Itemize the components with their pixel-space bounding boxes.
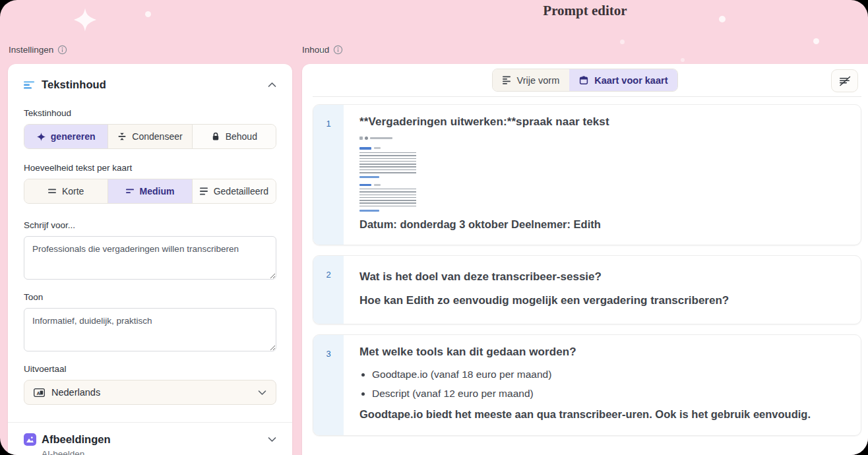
content-card-1[interactable]: 1 **Vergaderingen uitwerken:**spraak naa… <box>313 104 861 245</box>
dot-decoration <box>620 40 625 44</box>
mode-behoud-button[interactable]: Behoud <box>192 125 276 148</box>
sparkle-decoration <box>74 8 96 32</box>
write-for-textarea[interactable]: Professionals die vergaderingen willen t… <box>24 236 276 280</box>
amount-medium-button[interactable]: Medium <box>108 179 191 203</box>
content-card-3[interactable]: 3 Met welke tools kan dit gedaan worden?… <box>313 334 861 436</box>
text-lines-icon <box>24 80 35 90</box>
mode-genereren-button[interactable]: genereren <box>24 125 108 148</box>
prompt-editor-screen: Prompt editor Instellingen Inhoud Teksti… <box>0 0 868 455</box>
text-mode-segmented-control: genereren Condenseer Behoud <box>24 124 276 149</box>
amount-korte-button[interactable]: Korte <box>24 179 108 203</box>
transcript-thumbnail[interactable] <box>359 136 416 212</box>
content-section-label: Inhoud <box>302 45 343 55</box>
text-content-field-label: Tekstinhoud <box>24 108 276 118</box>
content-card-2[interactable]: 2 Wat is het doel van deze transcribeer-… <box>313 255 861 324</box>
tone-label: Toon <box>24 292 276 302</box>
card-conclusion[interactable]: Goodtape.io biedt het meeste aan qua tra… <box>359 407 821 423</box>
card-line[interactable]: Wat is het doel van deze transcribeer-se… <box>359 270 845 284</box>
page-title: Prompt editor <box>302 3 868 19</box>
amount-segmented-control: Korte Medium Gedetailleerd <box>24 179 276 204</box>
strike-lines-icon <box>838 76 851 86</box>
two-lines-icon <box>48 189 57 194</box>
card-title[interactable]: Met welke tools kan dit gedaan worden? <box>359 346 845 359</box>
dot-decoration <box>813 38 819 44</box>
language-label: Uitvoertaal <box>24 364 276 374</box>
card-number: 3 <box>313 335 344 435</box>
dot-decoration <box>145 11 151 17</box>
card-bullet-list: Goodtape.io (vanaf 18 euro per maand) De… <box>359 369 845 400</box>
tone-textarea[interactable]: Informatief, duidelijk, praktisch <box>24 308 276 351</box>
section-title: Tekstinhoud <box>42 78 106 91</box>
lock-icon <box>211 132 220 141</box>
content-panel: Vrije vorm Kaart voor kaart <box>302 64 868 455</box>
condense-icon <box>117 132 127 141</box>
images-section-title: Afbeeldingen <box>42 433 111 446</box>
card-number: 2 <box>313 256 344 324</box>
amount-gedetailleerd-button[interactable]: Gedetailleerd <box>192 179 276 203</box>
card-number: 1 <box>313 105 344 245</box>
card-list: 1 **Vergaderingen uitwerken:**spraak naa… <box>302 97 868 442</box>
chevron-up-icon[interactable] <box>268 82 276 88</box>
three-lines-icon <box>200 187 208 195</box>
card-icon <box>579 76 588 85</box>
language-value: Nederlands <box>51 387 100 398</box>
dot-decoration <box>681 58 685 62</box>
settings-panel: Tekstinhoud Tekstinhoud genereren Conden… <box>8 64 292 455</box>
card-caption[interactable]: Datum: donderdag 3 oktober Deelnemer: Ed… <box>359 218 845 231</box>
free-form-lines-icon <box>503 76 511 84</box>
tab-kaart-voor-kaart[interactable]: Kaart voor kaart <box>569 69 677 91</box>
text-content-section-header[interactable]: Tekstinhoud <box>24 78 276 91</box>
info-circle-icon[interactable] <box>57 45 67 55</box>
clear-text-button[interactable] <box>831 69 858 92</box>
write-for-label: Schrijf voor... <box>24 220 276 230</box>
images-section-subtitle: AI-beelden <box>42 449 276 455</box>
language-select[interactable]: A Nederlands <box>24 380 276 405</box>
card-title[interactable]: **Vergaderingen uitwerken:**spraak naar … <box>359 115 845 129</box>
bullet-item[interactable]: Goodtape.io (vanaf 18 euro per maand) <box>372 369 845 380</box>
content-tabbar: Vrije vorm Kaart voor kaart <box>302 64 868 96</box>
chevron-down-icon[interactable] <box>268 437 276 442</box>
mode-condenseer-button[interactable]: Condenseer <box>108 125 191 148</box>
divider <box>8 422 292 423</box>
settings-section-label: Instellingen <box>9 45 67 55</box>
bullet-item[interactable]: Descript (vanaf 12 euro per maand) <box>372 388 845 400</box>
amount-field-label: Hoeveelheid tekst per kaart <box>24 163 276 173</box>
card-line[interactable]: Hoe kan Edith zo eenvoudig mogelijk een … <box>359 294 845 307</box>
images-section-header[interactable]: Afbeeldingen <box>24 433 276 446</box>
image-icon <box>24 433 36 446</box>
medium-lines-icon <box>126 189 135 194</box>
translate-icon: A <box>34 388 45 397</box>
view-mode-tabs: Vrije vorm Kaart voor kaart <box>492 69 679 92</box>
sparkle-icon <box>37 133 46 141</box>
tab-vrije-vorm[interactable]: Vrije vorm <box>493 69 570 91</box>
chevron-down-icon <box>258 390 266 396</box>
thumbnail-header <box>359 136 416 140</box>
info-circle-icon[interactable] <box>333 45 343 55</box>
